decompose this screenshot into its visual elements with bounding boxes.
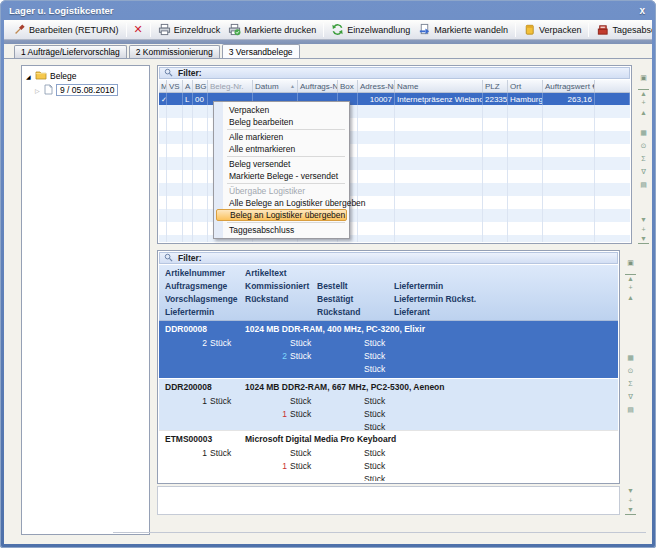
bottom-filter-bar[interactable]: Filter: [159,252,618,264]
tab-auftraege-liefervorschlag[interactable]: 1 Aufträge/Liefervorschlag [14,45,127,58]
delete-button[interactable]: ✕ [130,22,147,38]
add-row-icon[interactable]: + [625,496,636,506]
sum-icon[interactable]: Σ [638,154,649,164]
header-kommissioniert[interactable]: Kommissioniert [245,280,309,293]
tab-label: 3 Versandbelege [229,47,293,57]
up-row-icon[interactable]: ▲ [638,108,649,118]
einzeldruck-button[interactable]: Einzeldruck [154,22,225,38]
menu-item-alle-markieren[interactable]: Alle markieren [215,131,348,143]
column-header-box[interactable]: Box [338,80,358,92]
search-icon[interactable]: ⊙ [625,366,636,376]
tab-versandbelege[interactable]: 3 Versandbelege [222,44,300,58]
column-header-beleg-nr[interactable]: Beleg-Nr. [208,80,253,92]
column-header-name[interactable]: Name [395,80,483,92]
add-row-icon[interactable]: + [638,98,649,108]
menu-item-beleg-versendet[interactable]: Beleg versendet [215,158,348,170]
layout-icon[interactable]: ▤ [625,405,636,415]
verpacken-button[interactable]: Verpacken [519,22,586,38]
menu-item-tagesabschluss[interactable]: Taggesabschluss [215,224,348,236]
column-header-plz[interactable]: PLZ [483,80,508,92]
header-auftragsmenge[interactable]: Auftragsmenge [165,280,227,293]
header-vorschlagsmenge[interactable]: Vorschlagsmenge [165,293,238,306]
close-button[interactable]: x [635,5,649,16]
menu-item-uebergabe-logistiker: Übergabe Logistiker [215,185,348,197]
column-header-datum[interactable]: Datum▲ [253,80,298,92]
first-row-icon[interactable]: ▲ [638,89,649,98]
layout-icon[interactable]: ▤ [638,180,649,190]
header-liefertermin-rueckst[interactable]: Liefertermin Rückst. [394,293,476,306]
tab-kommissionierung[interactable]: 2 Kommissionierung [129,45,220,58]
header-lieferant[interactable]: Lieferant [394,306,430,319]
tree-node-belege[interactable]: ◢ Belege [22,69,149,83]
column-header-auftragswert[interactable]: Auftragswert € [543,80,595,92]
menu-item-markierte-belege-versendet[interactable]: Markierte Belege - versendet [215,170,348,182]
column-header-adress-nr[interactable]: Adress-Nr. [358,80,395,92]
header-rueckstand[interactable]: Rückstand [245,293,288,306]
column-header-label: Datum [255,82,279,91]
artikeltext-value: 1024 MB DDR-RAM, 400 MHz, PC-3200, Elixi… [245,323,425,336]
header-artikelnummer[interactable]: Artikelnummer [165,267,225,280]
header-rueckstand2[interactable]: Rückstand [317,306,360,319]
first-row-icon[interactable]: ▲ [625,274,636,283]
menu-separator [227,156,345,157]
unit-label: Stück [290,395,311,408]
register-icon [596,23,609,36]
menu-item-beleg-bearbeiten[interactable]: Beleg bearbeiten [215,116,348,128]
unit-label: Stück [210,395,231,408]
artikel-row-ddr200008[interactable]: DDR2000081024 MB DDR2-RAM, 667 MHz, PC2-… [159,378,618,430]
tagesabschluss-button[interactable]: Tagesabschluss [592,22,652,38]
down-row-icon[interactable]: ▼ [638,215,649,225]
magnifier-icon [164,253,173,264]
header-artikeltext[interactable]: Artikeltext [245,267,287,280]
column-header-bg[interactable]: BG [193,80,208,92]
top-filter-bar[interactable]: Filter: [159,67,630,79]
column-header-a[interactable]: A [183,80,193,92]
markierte-wandeln-button[interactable]: Markierte wandeln [414,22,512,38]
bearbeiten-button[interactable]: Bearbeiten (RETURN) [9,22,123,38]
header-liefertermin2[interactable]: Liefertermin [165,306,214,319]
header-liefertermin[interactable]: Liefertermin [394,280,443,293]
toolbar-separator [515,23,516,37]
add-row-icon[interactable]: + [638,225,649,235]
column-chooser-icon[interactable]: ▣ [625,258,636,268]
title-bar: Lager u. Logistikcenter x [9,3,649,18]
printer-check-icon [228,23,241,36]
down-row-icon[interactable]: ▼ [625,486,636,496]
add-row-icon[interactable]: + [625,283,636,293]
sum-icon[interactable]: Σ [625,379,636,389]
search-icon[interactable]: ⊙ [638,141,649,151]
menu-item-alle-belege-an-logistiker[interactable]: Alle Belege an Logistiker übergeben [215,197,348,209]
markierte-drucken-label: Markierte drucken [244,25,316,35]
grid-view-icon[interactable]: ▦ [638,128,649,138]
verpacken-label: Verpacken [539,25,582,35]
unit-label: Stück [364,350,385,363]
tree-node-beleg-9[interactable]: ▷ 9 / 05.08.2010 [22,83,149,97]
markierte-drucken-button[interactable]: Markierte drucken [224,22,320,38]
artikel-row-etms00003[interactable]: ETMS00003Microsoft Digital Media Pro Key… [159,430,618,481]
column-header-vs[interactable]: VS [167,80,183,92]
tree-collapsed-icon[interactable]: ▷ [35,87,41,94]
up-row-icon[interactable]: ▲ [625,293,636,303]
header-bestaetigt[interactable]: Bestätigt [317,293,353,306]
artikel-row-ddr00008[interactable]: DDR000081024 MB DDR-RAM, 400 MHz, PC-320… [159,321,618,378]
last-row-icon[interactable]: ▼ [625,506,636,515]
header-bestellt[interactable]: Bestellt [317,280,348,293]
resize-divider [113,532,646,533]
column-header-ort[interactable]: Ort [508,80,543,92]
markierte-wandeln-label: Markierte wandeln [434,25,508,35]
filter-icon[interactable]: ∇ [638,167,649,177]
tree-expanded-icon[interactable]: ◢ [26,73,32,80]
einzelwandlung-button[interactable]: Einzelwandlung [327,22,414,38]
unit-label: Stück [364,473,385,481]
menu-item-beleg-an-logistiker[interactable]: Beleg an Logistiker übergeben [216,209,347,221]
column-header-m[interactable]: M [159,80,167,92]
column-chooser-icon[interactable]: ▣ [638,73,649,83]
last-row-icon[interactable]: ▼ [638,235,649,244]
grid-view-icon[interactable]: ▦ [625,353,636,363]
window-title: Lager u. Logistikcenter [9,5,114,16]
menu-item-alle-entmarkieren[interactable]: Alle entmarkieren [215,143,348,155]
menu-item-verpacken[interactable]: Verpacken [215,104,348,116]
filter-icon[interactable]: ∇ [625,392,636,402]
unit-label: Stück [364,421,385,430]
column-header-auftrags-nr[interactable]: Auftrags-Nr. [298,80,338,92]
